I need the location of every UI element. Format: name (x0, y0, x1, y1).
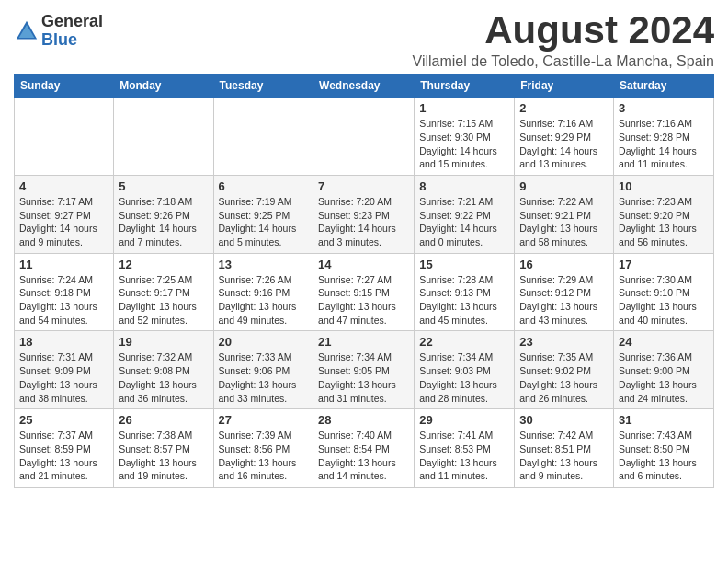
day-info: Sunrise: 7:15 AM Sunset: 9:30 PM Dayligh… (419, 117, 509, 171)
weekday-header-tuesday: Tuesday (213, 75, 313, 98)
day-number: 29 (419, 413, 509, 427)
week-row-1: 1Sunrise: 7:15 AM Sunset: 9:30 PM Daylig… (15, 98, 714, 176)
calendar-cell: 20Sunrise: 7:33 AM Sunset: 9:06 PM Dayli… (213, 331, 313, 409)
location-title: Villamiel de Toledo, Castille-La Mancha,… (413, 53, 714, 70)
calendar-cell: 18Sunrise: 7:31 AM Sunset: 9:09 PM Dayli… (15, 331, 114, 409)
day-info: Sunrise: 7:36 AM Sunset: 9:00 PM Dayligh… (619, 350, 709, 405)
calendar-cell: 11Sunrise: 7:24 AM Sunset: 9:18 PM Dayli… (15, 253, 114, 331)
calendar-cell: 1Sunrise: 7:15 AM Sunset: 9:30 PM Daylig… (415, 98, 515, 176)
calendar-cell (213, 98, 313, 176)
logo-general-text: General (41, 13, 103, 31)
calendar-cell: 25Sunrise: 7:37 AM Sunset: 8:59 PM Dayli… (15, 409, 114, 488)
day-number: 8 (419, 179, 509, 193)
weekday-header-row: SundayMondayTuesdayWednesdayThursdayFrid… (15, 75, 714, 98)
day-info: Sunrise: 7:22 AM Sunset: 9:21 PM Dayligh… (519, 195, 609, 249)
calendar-cell: 29Sunrise: 7:41 AM Sunset: 8:53 PM Dayli… (415, 409, 515, 488)
calendar-cell: 10Sunrise: 7:23 AM Sunset: 9:20 PM Dayli… (614, 175, 714, 253)
day-number: 13 (219, 258, 309, 271)
calendar-cell: 28Sunrise: 7:40 AM Sunset: 8:54 PM Dayli… (313, 409, 415, 488)
week-row-2: 4Sunrise: 7:17 AM Sunset: 9:27 PM Daylig… (15, 175, 714, 253)
calendar-cell: 17Sunrise: 7:30 AM Sunset: 9:10 PM Dayli… (614, 253, 714, 331)
day-number: 10 (619, 179, 709, 193)
logo: General Blue (14, 13, 103, 50)
day-number: 7 (318, 179, 409, 193)
day-info: Sunrise: 7:19 AM Sunset: 9:25 PM Dayligh… (219, 195, 309, 249)
calendar-cell: 6Sunrise: 7:19 AM Sunset: 9:25 PM Daylig… (213, 175, 313, 253)
calendar-cell: 12Sunrise: 7:25 AM Sunset: 9:17 PM Dayli… (114, 253, 213, 331)
day-info: Sunrise: 7:28 AM Sunset: 9:13 PM Dayligh… (419, 273, 509, 327)
weekday-header-wednesday: Wednesday (313, 75, 415, 98)
day-info: Sunrise: 7:35 AM Sunset: 9:02 PM Dayligh… (519, 350, 609, 405)
day-number: 21 (318, 335, 409, 349)
day-info: Sunrise: 7:20 AM Sunset: 9:23 PM Dayligh… (318, 195, 409, 249)
day-number: 25 (19, 413, 108, 427)
page-header: General Blue August 2024 Villamiel de To… (14, 9, 714, 70)
week-row-3: 11Sunrise: 7:24 AM Sunset: 9:18 PM Dayli… (15, 253, 714, 331)
day-number: 5 (119, 179, 208, 193)
day-number: 6 (219, 179, 309, 193)
calendar-cell: 27Sunrise: 7:39 AM Sunset: 8:56 PM Dayli… (213, 409, 313, 488)
calendar-cell: 30Sunrise: 7:42 AM Sunset: 8:51 PM Dayli… (515, 409, 614, 488)
day-number: 28 (318, 413, 409, 427)
day-info: Sunrise: 7:39 AM Sunset: 8:56 PM Dayligh… (219, 429, 309, 483)
calendar-cell: 3Sunrise: 7:16 AM Sunset: 9:28 PM Daylig… (614, 98, 714, 176)
day-info: Sunrise: 7:27 AM Sunset: 9:15 PM Dayligh… (318, 273, 409, 327)
day-info: Sunrise: 7:26 AM Sunset: 9:16 PM Dayligh… (219, 273, 309, 327)
calendar-cell: 31Sunrise: 7:43 AM Sunset: 8:50 PM Dayli… (614, 409, 714, 488)
day-info: Sunrise: 7:37 AM Sunset: 8:59 PM Dayligh… (19, 429, 108, 483)
day-info: Sunrise: 7:40 AM Sunset: 8:54 PM Dayligh… (318, 429, 409, 483)
day-number: 24 (619, 335, 709, 349)
day-info: Sunrise: 7:16 AM Sunset: 9:28 PM Dayligh… (619, 117, 709, 171)
calendar-cell: 16Sunrise: 7:29 AM Sunset: 9:12 PM Dayli… (515, 253, 614, 331)
logo-icon (14, 18, 40, 44)
day-info: Sunrise: 7:24 AM Sunset: 9:18 PM Dayligh… (19, 273, 108, 327)
calendar-cell: 21Sunrise: 7:34 AM Sunset: 9:05 PM Dayli… (313, 331, 415, 409)
day-number: 20 (219, 335, 309, 349)
day-number: 3 (619, 101, 709, 115)
calendar-cell: 19Sunrise: 7:32 AM Sunset: 9:08 PM Dayli… (114, 331, 213, 409)
calendar-cell: 22Sunrise: 7:34 AM Sunset: 9:03 PM Dayli… (415, 331, 515, 409)
day-info: Sunrise: 7:34 AM Sunset: 9:03 PM Dayligh… (419, 350, 509, 405)
day-number: 22 (419, 335, 509, 349)
day-info: Sunrise: 7:29 AM Sunset: 9:12 PM Dayligh… (519, 273, 609, 327)
calendar-cell: 26Sunrise: 7:38 AM Sunset: 8:57 PM Dayli… (114, 409, 213, 488)
day-number: 2 (519, 101, 609, 115)
day-info: Sunrise: 7:30 AM Sunset: 9:10 PM Dayligh… (619, 273, 709, 327)
month-title: August 2024 (413, 9, 714, 52)
day-info: Sunrise: 7:42 AM Sunset: 8:51 PM Dayligh… (519, 429, 609, 483)
day-number: 12 (119, 258, 208, 271)
day-info: Sunrise: 7:41 AM Sunset: 8:53 PM Dayligh… (419, 429, 509, 483)
day-info: Sunrise: 7:23 AM Sunset: 9:20 PM Dayligh… (619, 195, 709, 249)
calendar-cell: 2Sunrise: 7:16 AM Sunset: 9:29 PM Daylig… (515, 98, 614, 176)
day-number: 16 (519, 258, 609, 271)
day-number: 18 (19, 335, 108, 349)
day-info: Sunrise: 7:43 AM Sunset: 8:50 PM Dayligh… (619, 429, 709, 483)
day-info: Sunrise: 7:31 AM Sunset: 9:09 PM Dayligh… (19, 350, 108, 405)
weekday-header-thursday: Thursday (415, 75, 515, 98)
day-info: Sunrise: 7:17 AM Sunset: 9:27 PM Dayligh… (19, 195, 108, 249)
day-number: 23 (519, 335, 609, 349)
calendar-cell (114, 98, 213, 176)
day-number: 4 (19, 179, 108, 193)
calendar-cell: 23Sunrise: 7:35 AM Sunset: 9:02 PM Dayli… (515, 331, 614, 409)
week-row-4: 18Sunrise: 7:31 AM Sunset: 9:09 PM Dayli… (15, 331, 714, 409)
day-number: 27 (219, 413, 309, 427)
calendar-cell: 13Sunrise: 7:26 AM Sunset: 9:16 PM Dayli… (213, 253, 313, 331)
day-number: 17 (619, 258, 709, 271)
calendar-cell: 15Sunrise: 7:28 AM Sunset: 9:13 PM Dayli… (415, 253, 515, 331)
day-number: 14 (318, 258, 409, 271)
logo-text: General Blue (41, 13, 103, 50)
calendar-cell: 7Sunrise: 7:20 AM Sunset: 9:23 PM Daylig… (313, 175, 415, 253)
weekday-header-monday: Monday (114, 75, 213, 98)
day-number: 15 (419, 258, 509, 271)
calendar-cell: 5Sunrise: 7:18 AM Sunset: 9:26 PM Daylig… (114, 175, 213, 253)
day-info: Sunrise: 7:25 AM Sunset: 9:17 PM Dayligh… (119, 273, 208, 327)
day-number: 30 (519, 413, 609, 427)
day-info: Sunrise: 7:33 AM Sunset: 9:06 PM Dayligh… (219, 350, 309, 405)
day-number: 19 (119, 335, 208, 349)
calendar-cell (15, 98, 114, 176)
calendar-cell: 14Sunrise: 7:27 AM Sunset: 9:15 PM Dayli… (313, 253, 415, 331)
day-info: Sunrise: 7:16 AM Sunset: 9:29 PM Dayligh… (519, 117, 609, 171)
week-row-5: 25Sunrise: 7:37 AM Sunset: 8:59 PM Dayli… (15, 409, 714, 488)
calendar-cell: 4Sunrise: 7:17 AM Sunset: 9:27 PM Daylig… (15, 175, 114, 253)
